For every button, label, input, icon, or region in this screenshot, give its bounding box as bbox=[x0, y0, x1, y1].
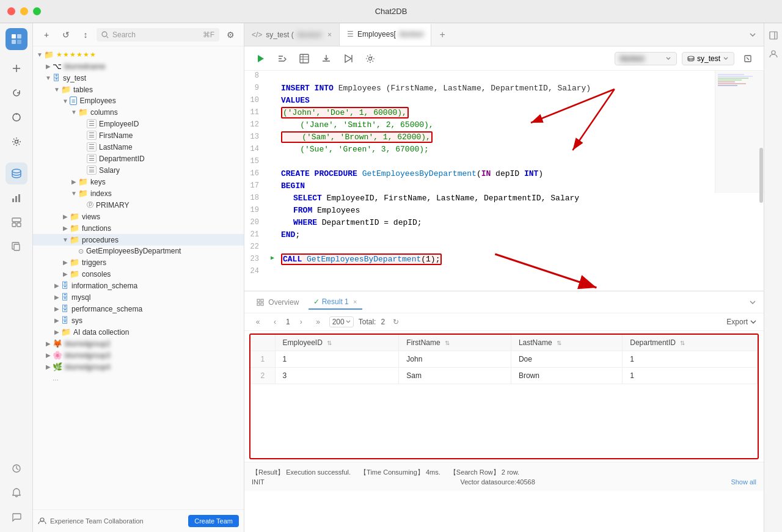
page-last-btn[interactable]: » bbox=[312, 316, 324, 328]
tree-views[interactable]: ▶ 📁 views bbox=[33, 211, 244, 222]
tree-perf-schema[interactable]: ▶ 🗄 performance_schema bbox=[33, 303, 244, 315]
format-button[interactable] bbox=[274, 50, 291, 67]
tree-dots[interactable]: ▶ ... bbox=[33, 373, 244, 384]
tree-salary[interactable]: ▶ ☰ Salary bbox=[33, 164, 244, 176]
tree-blurred-3[interactable]: ▶ 🌸 blurredgroup3 bbox=[33, 349, 244, 361]
tree-expand-arrow[interactable]: ▶ bbox=[44, 63, 53, 70]
tab-more-button[interactable] bbox=[742, 23, 764, 46]
sidebar-layout-icon[interactable] bbox=[5, 211, 27, 233]
tree-expand-arrow[interactable]: ▶ bbox=[53, 305, 61, 312]
tree-expand-arrow[interactable]: ▼ bbox=[44, 75, 53, 81]
tree-primary[interactable]: ▶ ⓟ PRIMARY bbox=[33, 199, 244, 211]
tab-close-icon[interactable]: × bbox=[327, 31, 332, 39]
export-button[interactable]: Export bbox=[726, 318, 756, 326]
tree-expand-arrow[interactable]: ▼ bbox=[61, 98, 70, 104]
tree-departmentid[interactable]: ▶ ☰ DepartmentID bbox=[33, 153, 244, 164]
page-prev-btn[interactable]: ‹ bbox=[269, 316, 281, 328]
minimize-btn[interactable] bbox=[20, 7, 28, 15]
sort-icon[interactable]: ⇅ bbox=[680, 340, 685, 346]
play2-button[interactable] bbox=[340, 50, 357, 67]
tree-indexs[interactable]: ▼ 📁 indexs bbox=[33, 188, 244, 199]
tree-lastname[interactable]: ▶ ☰ LastName bbox=[33, 141, 244, 153]
tree-info-schema[interactable]: ▶ 🗄 information_schema bbox=[33, 280, 244, 291]
tree-expand-arrow[interactable]: ▶ bbox=[61, 259, 70, 266]
page-size-selector[interactable]: 200 bbox=[329, 316, 354, 327]
sidebar-history-icon[interactable] bbox=[5, 457, 27, 479]
tree-blurred-4[interactable]: ▶ 🌿 blurredgroup4 bbox=[33, 361, 244, 373]
tab-add-button[interactable]: + bbox=[431, 23, 453, 46]
tree-expand-arrow[interactable]: ▶ bbox=[44, 363, 53, 370]
tree-expand-arrow[interactable]: ▶ bbox=[44, 352, 53, 359]
sidebar-db-icon[interactable] bbox=[5, 162, 27, 184]
tree-expand-arrow[interactable]: ▶ bbox=[53, 282, 61, 289]
sidebar-chart-icon[interactable] bbox=[5, 187, 27, 209]
page-next-btn[interactable]: › bbox=[295, 316, 307, 328]
sidebar-nav-icon[interactable] bbox=[5, 106, 27, 128]
tree-expand-arrow[interactable]: ▶ bbox=[53, 329, 61, 335]
sort-icon[interactable]: ⇅ bbox=[327, 340, 332, 346]
tab-sy-test[interactable]: </> sy_test (blurtext × bbox=[244, 23, 340, 46]
search-bar[interactable]: Search ⌘F bbox=[97, 28, 219, 42]
tree-keys[interactable]: ▶ 📁 keys bbox=[33, 176, 244, 188]
tree-employees[interactable]: ▼ ≡ Employees bbox=[33, 95, 244, 106]
tree-sy-test[interactable]: ▼ 🗄 sy_test bbox=[33, 72, 244, 84]
sidebar-copy-icon[interactable] bbox=[5, 236, 27, 258]
tree-blurred-2[interactable]: ▶ 🦊 blurredgroup2 bbox=[33, 338, 244, 349]
scrollbar-thumb[interactable] bbox=[759, 148, 763, 203]
app-logo[interactable] bbox=[5, 28, 27, 50]
tree-expand-arrow[interactable]: ▼ bbox=[70, 190, 78, 197]
tree-expand-arrow[interactable]: ▶ bbox=[61, 213, 70, 220]
tree-expand-arrow[interactable]: ▼ bbox=[70, 109, 78, 115]
sidebar-chat-icon[interactable] bbox=[5, 506, 27, 528]
maximize-btn[interactable] bbox=[33, 7, 41, 15]
editor-expand-btn[interactable] bbox=[739, 50, 756, 67]
sort-icon[interactable]: ⇅ bbox=[445, 340, 450, 346]
tree-ai-data[interactable]: ▶ 📁 AI data collection bbox=[33, 326, 244, 338]
sort-icon[interactable]: ⇅ bbox=[557, 340, 561, 346]
tree-refresh-btn[interactable]: ↺ bbox=[57, 26, 75, 43]
tree-blurred-item-1[interactable]: ▶ ⌥ blurredname bbox=[33, 60, 244, 72]
result-expand-btn[interactable] bbox=[749, 299, 756, 306]
tree-expand-arrow[interactable]: ▶ bbox=[44, 340, 53, 347]
tree-expand-btn[interactable]: ↕ bbox=[77, 26, 94, 43]
run-button[interactable] bbox=[252, 50, 269, 67]
show-all-btn[interactable]: Show all bbox=[731, 478, 756, 486]
result-tab-close[interactable]: × bbox=[353, 298, 357, 305]
blurred-selector[interactable]: blurtext bbox=[615, 52, 677, 65]
tree-employeeid[interactable]: ▶ ☰ EmployeeID bbox=[33, 118, 244, 129]
tree-expand-arrow[interactable]: ▼ bbox=[53, 86, 61, 93]
tree-procedures[interactable]: ▼ 📁 procedures bbox=[33, 234, 244, 246]
close-btn[interactable] bbox=[7, 7, 15, 15]
tree-add-btn[interactable]: + bbox=[38, 26, 55, 43]
tree-functions[interactable]: ▶ 📁 functions bbox=[33, 222, 244, 234]
settings-button[interactable] bbox=[362, 50, 379, 67]
sidebar-add-icon[interactable] bbox=[5, 57, 27, 79]
tree-settings-btn[interactable]: ⚙ bbox=[222, 26, 239, 43]
tree-root-group[interactable]: ▼ 📁 ★★★★★★ bbox=[33, 49, 244, 60]
result1-tab[interactable]: ✓ Result 1 × bbox=[309, 295, 362, 310]
table-view-button[interactable] bbox=[296, 50, 313, 67]
tree-expand-arrow[interactable]: ▶ bbox=[70, 178, 78, 185]
tab-employees[interactable]: ☰ Employees[blurtext bbox=[340, 24, 431, 46]
tree-expand-arrow[interactable]: ▶ bbox=[53, 294, 61, 301]
db-selector[interactable]: sy_test bbox=[682, 52, 734, 65]
download-button[interactable] bbox=[318, 50, 335, 67]
tree-expand-arrow[interactable]: ▶ bbox=[61, 271, 70, 277]
tree-expand-arrow[interactable]: ▼ bbox=[35, 51, 44, 58]
tree-mysql[interactable]: ▶ 🗄 mysql bbox=[33, 291, 244, 303]
tree-expand-arrow[interactable]: ▶ bbox=[61, 225, 70, 231]
sidebar-notification-icon[interactable] bbox=[5, 482, 27, 504]
scrollbar-track[interactable] bbox=[759, 71, 764, 291]
tree-consoles[interactable]: ▶ 📁 consoles bbox=[33, 268, 244, 280]
sidebar-settings-icon[interactable] bbox=[5, 131, 27, 153]
overview-tab[interactable]: Overview bbox=[252, 296, 304, 309]
code-editor[interactable]: 8 9 INSERT INTO Employees (FirstName, La… bbox=[244, 71, 764, 291]
window-controls[interactable] bbox=[7, 7, 41, 15]
tree-expand-arrow[interactable]: ▶ bbox=[53, 317, 61, 324]
tree-firstname[interactable]: ▶ ☰ FirstName bbox=[33, 129, 244, 141]
page-first-btn[interactable]: « bbox=[252, 316, 264, 328]
tree-tables[interactable]: ▼ 📁 tables bbox=[33, 84, 244, 95]
refresh-btn[interactable]: ↻ bbox=[390, 316, 402, 328]
tree-sys[interactable]: ▶ 🗄 sys bbox=[33, 315, 244, 326]
sidebar-refresh-icon[interactable] bbox=[5, 82, 27, 104]
